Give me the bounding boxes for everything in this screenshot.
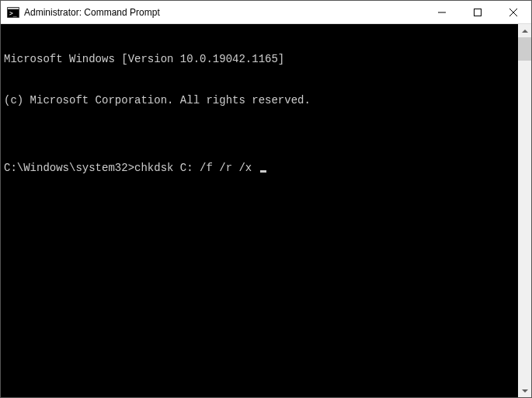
svg-marker-8 — [522, 389, 528, 393]
svg-marker-7 — [522, 30, 528, 33]
typed-command: chkdsk C: /f /r /x — [134, 162, 252, 174]
scroll-track[interactable] — [518, 37, 531, 384]
chevron-down-icon — [522, 389, 528, 393]
cmd-icon: >_ — [7, 6, 19, 19]
maximize-button[interactable] — [460, 1, 495, 23]
maximize-icon — [474, 9, 482, 16]
svg-text:>_: >_ — [9, 10, 17, 17]
close-icon — [509, 9, 517, 16]
window-controls — [424, 1, 531, 23]
version-line: Microsoft Windows [Version 10.0.19042.11… — [4, 53, 515, 67]
command-prompt-window: >_ Administrator: Command Prompt — [0, 0, 532, 398]
close-button[interactable] — [495, 1, 531, 23]
minimize-icon — [438, 9, 446, 16]
window-title: Administrator: Command Prompt — [24, 7, 424, 18]
cursor — [260, 170, 266, 173]
scroll-thumb[interactable] — [518, 37, 531, 61]
prompt-line: C:\Windows\system32>chkdsk C: /f /r /x — [4, 162, 515, 176]
prompt-path: C:\Windows\system32> — [4, 162, 134, 174]
copyright-line: (c) Microsoft Corporation. All rights re… — [4, 94, 515, 108]
terminal[interactable]: Microsoft Windows [Version 10.0.19042.11… — [1, 24, 518, 397]
svg-rect-1 — [8, 8, 19, 9]
chevron-up-icon — [522, 30, 528, 33]
scroll-up-button[interactable] — [518, 24, 531, 37]
svg-rect-4 — [475, 9, 482, 16]
vertical-scrollbar[interactable] — [518, 24, 531, 397]
scroll-down-button[interactable] — [518, 384, 531, 397]
minimize-button[interactable] — [424, 1, 460, 23]
titlebar[interactable]: >_ Administrator: Command Prompt — [1, 1, 531, 24]
content-area: Microsoft Windows [Version 10.0.19042.11… — [1, 24, 531, 397]
